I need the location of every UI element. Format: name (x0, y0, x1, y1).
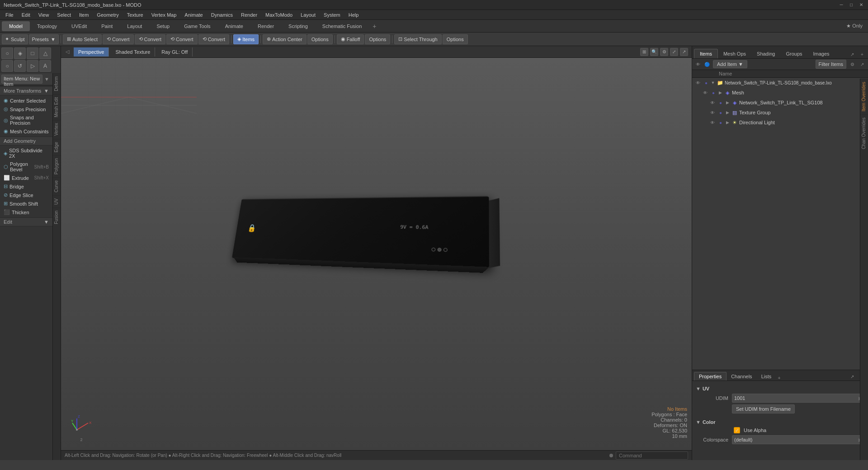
rp-tab-groups[interactable]: Groups (780, 49, 807, 58)
tree-vis2-dl[interactable]: ● (717, 118, 725, 127)
rpb-tab-properties[interactable]: Properties (694, 372, 726, 381)
tab-uvedit[interactable]: UVEdit (64, 21, 94, 31)
viewport-nav-back[interactable]: ◁ (63, 47, 72, 56)
tool-undo-icon[interactable]: ↺ (14, 60, 26, 72)
side-tab-edge[interactable]: Edge (53, 139, 61, 155)
tree-expand-dl[interactable]: ▶ (725, 120, 730, 125)
tool-play-icon[interactable]: ▷ (27, 60, 38, 72)
command-input[interactable] (616, 451, 688, 460)
options1-button[interactable]: Options (307, 34, 333, 44)
rp-tab-expand-icon[interactable]: ↗ (848, 50, 856, 58)
convert3-button[interactable]: ⟲ Convert (166, 34, 198, 44)
auto-select-button[interactable]: ⊞ Auto Select (63, 34, 102, 44)
tab-model[interactable]: Model (2, 21, 30, 31)
items-button[interactable]: ◈ Items (233, 34, 259, 44)
minimize-button[interactable]: ─ (838, 2, 844, 8)
tool-rotate-icon[interactable]: □ (27, 47, 38, 59)
vis-icon-1[interactable]: 👁 (694, 60, 702, 68)
item-menu-select[interactable]: Item Menu: New Item (1, 75, 42, 84)
snaps-and-precision-button[interactable]: ◎ Snaps and Precision (0, 113, 52, 127)
action-center-button[interactable]: ⊕ Action Center (263, 34, 307, 44)
falloff-button[interactable]: ◉ Falloff (337, 34, 364, 44)
tool-circle-icon[interactable]: ○ (1, 60, 13, 72)
use-alpha-checkbox[interactable]: ✓ (734, 427, 740, 433)
menu-edit[interactable]: Edit (18, 11, 34, 19)
viewport-tab-perspective[interactable]: Perspective (74, 47, 109, 56)
rpb-tab-add[interactable]: + (778, 375, 780, 381)
menu-animate[interactable]: Animate (181, 11, 206, 19)
tool-scale-icon[interactable]: △ (39, 47, 51, 59)
tree-expand-mesh[interactable]: ▶ (717, 90, 723, 95)
viewport-tab-shaded-texture[interactable]: Shaded Texture (111, 47, 155, 56)
bridge-button[interactable]: ⊟ Bridge (0, 182, 52, 191)
tree-expand-root[interactable]: ▼ (710, 80, 716, 85)
tree-vis-dl[interactable]: 👁 (708, 118, 717, 127)
polygon-bevel-button[interactable]: ⬡ Polygon Bevel Shift+B (0, 160, 52, 174)
menu-item[interactable]: Item (75, 11, 92, 19)
viewport-settings-icon[interactable]: ⚙ (660, 48, 668, 56)
viewport-grid-icon[interactable]: ⊞ (640, 48, 648, 56)
menu-texture[interactable]: Texture (123, 11, 147, 19)
convert4-button[interactable]: ⟲ Convert (198, 34, 230, 44)
convert1-button[interactable]: ⟲ Convert (103, 34, 134, 44)
tree-settings-icon[interactable]: ⚙ (848, 60, 856, 68)
viewport-tab-ray-gl[interactable]: Ray GL: Off (157, 47, 193, 56)
tree-row-mesh[interactable]: 👁 ● ▶ ◈ Mesh (692, 88, 868, 98)
options3-button[interactable]: Options (443, 34, 468, 44)
center-selected-button[interactable]: ◉ Center Selected (0, 96, 52, 105)
tree-expand-icon[interactable]: ↗ (858, 60, 866, 68)
rp-tab-images[interactable]: Images (808, 49, 835, 58)
side-tab-vertex[interactable]: Vertex (53, 120, 61, 138)
side-tab-curve[interactable]: Curve (53, 177, 61, 195)
rpb-expand-icon[interactable]: ↗ (848, 372, 856, 381)
tab-paint[interactable]: Paint (94, 21, 120, 31)
tree-row-texture-group[interactable]: 👁 ● ▶ ▤ Texture Group (692, 108, 868, 118)
item-menu-arrow[interactable]: ▼ (42, 75, 51, 83)
mesh-constraints-button[interactable]: ◉ Mesh Constraints (0, 127, 52, 136)
tree-vis2-root[interactable]: ● (702, 79, 710, 87)
sds-subdivide-button[interactable]: ◈ SDS Subdivide 2X (0, 146, 52, 160)
convert2-button[interactable]: ⟲ Convert (135, 34, 166, 44)
tab-topology[interactable]: Topology (30, 21, 64, 31)
prop-uv-toggle[interactable]: ▼ (696, 386, 701, 391)
prop-colorspace-dropdown[interactable]: (default) ▶ (732, 435, 864, 444)
menu-maxtomodo[interactable]: MaxToModo (262, 11, 296, 19)
tree-row-root[interactable]: 👁 ● ▼ 📁 Network_Switch_TP-Link_TL-SG108_… (692, 78, 868, 88)
viewport-expand-icon[interactable]: ↗ (680, 48, 688, 56)
rpb-tab-lists[interactable]: Lists (757, 372, 776, 381)
tree-expand-ns[interactable]: ▶ (725, 100, 730, 105)
right-strip-tab-2[interactable]: Chan Overrides (860, 114, 868, 152)
rp-tab-items[interactable]: Items (694, 49, 718, 58)
menu-dynamics[interactable]: Dynamics (208, 11, 236, 19)
edit-section[interactable]: Edit ▼ (0, 217, 52, 226)
tree-vis-mesh[interactable]: 👁 (701, 89, 709, 97)
maximize-button[interactable]: □ (848, 2, 854, 8)
smooth-shift-button[interactable]: ⊞ Smooth Shift (0, 199, 52, 208)
options2-button[interactable]: Options (365, 34, 390, 44)
menu-select[interactable]: Select (53, 11, 75, 19)
tree-vis-tg[interactable]: 👁 (708, 108, 717, 117)
thicken-button[interactable]: ⬛ Thicken (0, 208, 52, 216)
select-through-button[interactable]: ⊡ Select Through (394, 34, 441, 44)
menu-view[interactable]: View (35, 11, 53, 19)
tool-move-icon[interactable]: ◈ (14, 47, 26, 59)
add-item-button[interactable]: Add Item ▼ (713, 60, 747, 68)
side-tab-deform[interactable]: Deform (53, 73, 61, 94)
side-tab-polygon[interactable]: Polygon (53, 155, 61, 177)
tree-vis2-tg[interactable]: ● (717, 108, 725, 117)
tab-schematic-fusion[interactable]: Schematic Fusion (315, 21, 369, 31)
tree-row-network-switch[interactable]: 👁 ● ▶ ◈ Network_Switch_TP_Link_TL_SG108 … (692, 98, 868, 108)
edge-slice-button[interactable]: ⊘ Edge Slice (0, 191, 52, 199)
tree-vis-root[interactable]: 👁 (694, 79, 702, 87)
set-udim-button[interactable]: Set UDIM from Filename (732, 404, 795, 414)
rp-tab-shading[interactable]: Shading (751, 49, 780, 58)
tree-expand-tg[interactable]: ▶ (725, 110, 730, 115)
side-tab-uv[interactable]: UV (53, 195, 61, 207)
tool-select-icon[interactable]: ○ (1, 47, 13, 59)
tool-text-icon[interactable]: A (39, 60, 51, 72)
viewport-canvas[interactable]: 🔒 9V = 0.6A (61, 58, 692, 450)
sculpt-button[interactable]: ✦ Sculpt (2, 34, 28, 44)
side-tab-mesh-edit[interactable]: Mesh Edit (53, 94, 61, 120)
rp-tab-mesh-ops[interactable]: Mesh Ops (718, 49, 751, 58)
tree-row-dir-light[interactable]: 👁 ● ▶ ☀ Directional Light (692, 118, 868, 127)
